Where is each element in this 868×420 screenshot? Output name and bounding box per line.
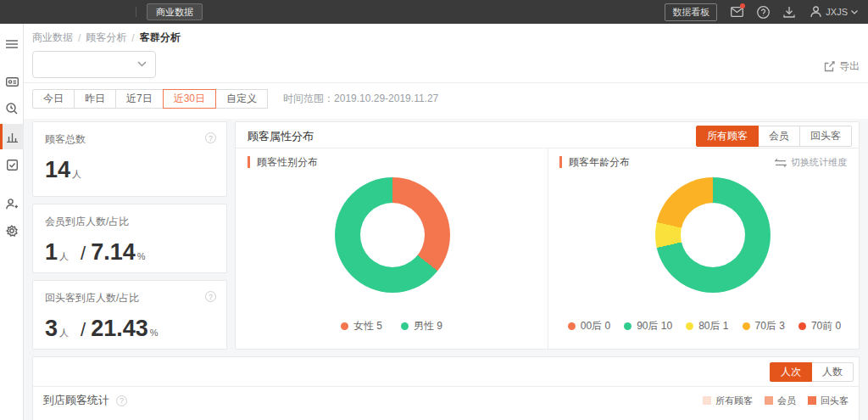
stat-title: 会员到店人数/占比 — [45, 215, 214, 229]
bar-chart-icon — [7, 132, 18, 143]
topbar-divider — [136, 7, 136, 17]
legend-label: 80后 1 — [698, 319, 728, 333]
breadcrumb-separator: / — [131, 32, 134, 44]
gear-icon — [6, 225, 18, 237]
stat-number: 21.43 — [91, 316, 148, 342]
stat-card-total-customers: 顾客总数 14 人 — [32, 121, 227, 197]
legend-label: 70后 3 — [755, 319, 785, 333]
stat-number: 1 — [45, 239, 58, 266]
date-button-today[interactable]: 今日 — [32, 89, 75, 109]
legend-item[interactable]: 90后 10 — [624, 319, 672, 333]
stat-unit: 人 — [72, 168, 81, 181]
segment-button-returning[interactable]: 回头客 — [799, 126, 852, 147]
legend-item[interactable]: 男性 9 — [401, 319, 442, 333]
breadcrumb: 商业数据 / 顾客分析 / 客群分析 — [32, 31, 181, 45]
info-icon[interactable] — [205, 132, 216, 143]
stat-number: 3 — [45, 316, 58, 342]
legend-item[interactable]: 00后 0 — [568, 319, 610, 333]
sidebar-item-settings[interactable] — [0, 219, 24, 243]
stat-value: 3 人 / 21.43 % — [45, 316, 214, 342]
info-icon[interactable] — [205, 291, 216, 302]
info-icon[interactable] — [116, 395, 127, 406]
legend-item[interactable]: 80后 1 — [686, 319, 728, 333]
segment-button-all-customers[interactable]: 所有顾客 — [696, 126, 759, 147]
legend-label: 70前 0 — [811, 319, 841, 333]
sidebar-item-tasks[interactable] — [0, 153, 24, 176]
sidebar-item-search[interactable] — [0, 97, 24, 120]
time-range-label: 时间范围：2019.10.29-2019.11.27 — [283, 92, 438, 106]
breadcrumb-current: 客群分析 — [140, 31, 181, 45]
download-icon[interactable] — [782, 5, 796, 19]
legend-dot — [686, 322, 693, 330]
page: 商业数据 数据看板 JXJS — [0, 0, 868, 420]
stat-unit: 人 — [59, 250, 69, 263]
switch-dimension-button[interactable]: 切换统计维度 — [775, 156, 847, 169]
date-filter-row: 今日 昨日 近7日 近30日 自定义 时间范围：2019.10.29-2019.… — [32, 89, 438, 109]
topbar-actions: 数据看板 JXJS — [665, 3, 868, 21]
stat-card-member-visits: 会员到店人数/占比 1 人 / 7.14 % — [32, 204, 227, 273]
customer-segment-buttons: 所有顾客 会员 回头客 — [697, 126, 852, 147]
breadcrumb-separator: / — [78, 32, 81, 44]
date-button-custom[interactable]: 自定义 — [215, 89, 268, 109]
sidebar-toggle[interactable] — [0, 32, 24, 56]
help-icon[interactable] — [756, 5, 770, 19]
swap-icon — [775, 159, 787, 167]
legend-label: 女性 5 — [353, 319, 382, 333]
date-button-yesterday[interactable]: 昨日 — [74, 89, 116, 109]
export-button[interactable]: 导出 — [824, 59, 860, 74]
store-select[interactable] — [32, 51, 156, 78]
stat-number: 7.14 — [91, 239, 136, 266]
legend-item[interactable]: 所有顾客 — [703, 395, 753, 407]
legend-item[interactable]: 70后 3 — [743, 319, 785, 333]
mail-icon[interactable] — [730, 5, 743, 19]
divider — [33, 386, 859, 387]
stat-unit: 人 — [59, 327, 69, 339]
legend-dot — [568, 322, 576, 330]
sidebar-item-customers[interactable] — [0, 192, 24, 216]
switch-dimension-label: 切换统计维度 — [791, 156, 847, 169]
export-label: 导出 — [839, 59, 860, 74]
gender-chart-legend: 女性 5男性 9 — [236, 319, 548, 333]
legend-swatch — [703, 396, 711, 405]
breadcrumb-customer-analysis[interactable]: 顾客分析 — [86, 31, 126, 45]
stat-card-returning-visits: 回头客到店人数/占比 3 人 / 21.43 % — [32, 280, 227, 350]
legend-item[interactable]: 回头客 — [808, 395, 849, 407]
legend-item[interactable]: 女性 5 — [341, 319, 382, 333]
search-clock-icon — [6, 103, 18, 115]
data-dashboard-button[interactable]: 数据看板 — [665, 3, 717, 21]
age-chart-legend: 00后 090后 1080后 170后 370前 0 — [548, 319, 860, 333]
unit-button-people[interactable]: 人数 — [811, 362, 854, 382]
legend-dot — [743, 322, 750, 330]
stat-separator: / — [81, 319, 86, 341]
clipboard-check-icon — [7, 160, 18, 171]
legend-item[interactable]: 会员 — [765, 395, 796, 407]
top-bar: 商业数据 数据看板 JXJS — [0, 0, 868, 24]
export-icon — [824, 61, 835, 72]
topbar-tab-business-data[interactable]: 商业数据 — [147, 3, 203, 20]
age-donut-chart[interactable] — [655, 177, 771, 293]
unit-toggle-buttons: 人次 人数 — [771, 362, 854, 382]
sidebar-item-analytics[interactable] — [0, 124, 24, 149]
user-menu[interactable]: JXJS — [809, 5, 858, 19]
legend-label: 00后 0 — [581, 319, 610, 333]
sidebar — [0, 24, 24, 420]
stat-title: 回头客到店人数/占比 — [45, 291, 214, 305]
notification-badge — [740, 3, 745, 8]
visit-chart-legend: 所有顾客会员回头客 — [703, 395, 849, 407]
breadcrumb-business-data[interactable]: 商业数据 — [32, 31, 73, 45]
user-name: JXJS — [826, 7, 848, 17]
sidebar-item-media[interactable] — [0, 70, 24, 93]
legend-swatch — [765, 396, 773, 405]
stat-value: 14 人 — [45, 157, 214, 183]
gender-donut-chart[interactable] — [335, 177, 450, 293]
segment-button-members[interactable]: 会员 — [758, 126, 800, 147]
stat-title: 顾客总数 — [45, 132, 214, 147]
user-icon — [809, 5, 822, 19]
panel-header: 顾客属性分布 所有顾客 会员 回头客 — [236, 122, 859, 148]
visit-statistics-panel: 人次 人数 到店顾客统计 所有顾客会员回头客 — [32, 356, 860, 420]
date-button-last7[interactable]: 近7日 — [115, 89, 164, 109]
media-card-icon — [6, 77, 19, 87]
date-button-last30[interactable]: 近30日 — [163, 89, 216, 109]
legend-item[interactable]: 70前 0 — [798, 319, 841, 333]
unit-button-visits[interactable]: 人次 — [770, 362, 812, 382]
